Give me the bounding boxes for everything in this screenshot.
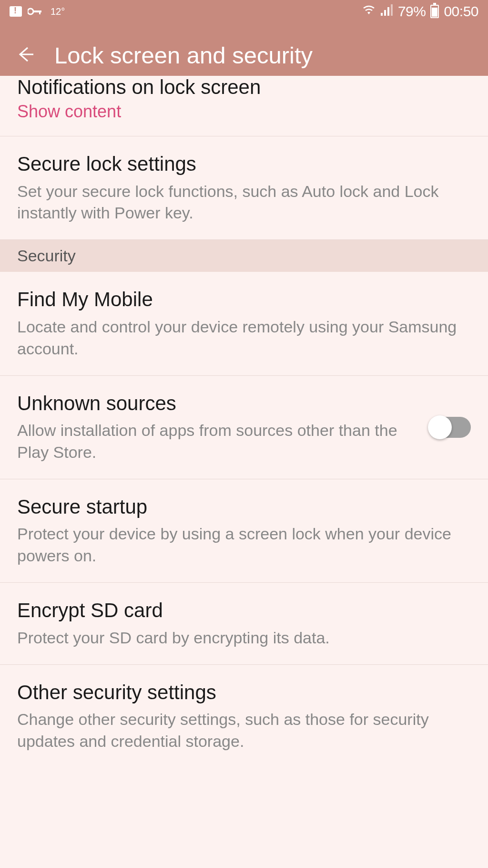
setting-find-my-mobile[interactable]: Find My Mobile Locate and control your d… xyxy=(0,272,488,375)
status-left: 12° xyxy=(10,6,65,17)
setting-title: Unknown sources xyxy=(17,391,416,416)
setting-desc: Allow installation of apps from sources … xyxy=(17,420,416,464)
battery-percent: 79% xyxy=(398,3,426,20)
section-header-security: Security xyxy=(0,240,488,272)
setting-desc: Protect your device by using a screen lo… xyxy=(17,523,471,567)
status-bar: 12° 79% 00:50 xyxy=(0,0,488,23)
setting-desc: Locate and control your device remotely … xyxy=(17,316,471,360)
key-icon xyxy=(28,8,43,15)
settings-list: Notifications on lock screen Show conten… xyxy=(0,76,488,768)
page-title: Lock screen and security xyxy=(54,42,313,69)
setting-title: Encrypt SD card xyxy=(17,598,471,623)
wifi-icon xyxy=(362,4,376,19)
toggle-unknown-sources[interactable] xyxy=(430,417,471,438)
setting-other-security[interactable]: Other security settings Change other sec… xyxy=(0,665,488,768)
setting-desc: Change other security settings, such as … xyxy=(17,709,471,753)
temperature: 12° xyxy=(51,6,65,17)
svg-rect-3 xyxy=(381,13,383,16)
battery-icon xyxy=(430,5,439,18)
svg-rect-6 xyxy=(391,4,393,16)
setting-unknown-sources[interactable]: Unknown sources Allow installation of ap… xyxy=(0,376,488,479)
svg-rect-4 xyxy=(384,10,386,16)
setting-secure-startup[interactable]: Secure startup Protect your device by us… xyxy=(0,479,488,583)
clock-time: 00:50 xyxy=(444,3,478,20)
setting-text: Unknown sources Allow installation of ap… xyxy=(17,391,430,464)
setting-title: Secure lock settings xyxy=(17,152,471,177)
setting-title: Find My Mobile xyxy=(17,287,471,312)
svg-rect-5 xyxy=(387,7,389,16)
setting-title: Other security settings xyxy=(17,680,471,705)
setting-encrypt-sd[interactable]: Encrypt SD card Protect your SD card by … xyxy=(0,583,488,664)
back-icon[interactable] xyxy=(14,44,35,67)
setting-desc: Set your secure lock functions, such as … xyxy=(17,181,471,225)
setting-value: Show content xyxy=(17,102,471,122)
setting-desc: Protect your SD card by encrypting its d… xyxy=(17,627,471,649)
signal-icon xyxy=(381,4,393,19)
svg-rect-2 xyxy=(39,10,41,14)
sim-alert-icon xyxy=(10,6,22,17)
svg-point-0 xyxy=(28,9,33,14)
setting-title: Secure startup xyxy=(17,495,471,520)
setting-secure-lock[interactable]: Secure lock settings Set your secure loc… xyxy=(0,136,488,240)
setting-title: Notifications on lock screen xyxy=(17,76,471,99)
toggle-knob xyxy=(428,415,452,439)
setting-notifications-lockscreen[interactable]: Notifications on lock screen Show conten… xyxy=(0,76,488,136)
status-right: 79% 00:50 xyxy=(362,3,478,20)
